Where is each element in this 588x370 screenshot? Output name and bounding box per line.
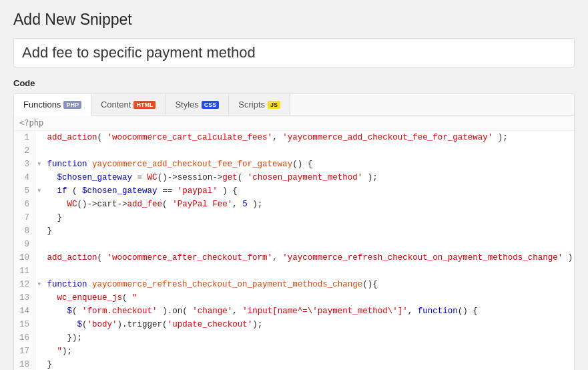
code-table: 1 add_action( 'woocommerce_cart_calculat…	[14, 131, 574, 370]
table-row: 2	[14, 144, 574, 158]
tab-content-label: Content	[101, 100, 131, 110]
table-row: 4 $chosen_gateway = WC()->session->get( …	[14, 171, 574, 184]
tab-styles-label: Styles	[175, 100, 198, 110]
table-row: 12 ▾ function yaycommerce_refresh_checko…	[14, 278, 574, 291]
tab-scripts-label: Scripts	[238, 100, 265, 110]
tab-functions-badge: PHP	[63, 101, 81, 109]
table-row: 14 $( 'form.checkout' ).on( 'change', 'i…	[14, 305, 574, 318]
code-section-label: Code	[13, 78, 575, 88]
table-row: 13 wc_enqueue_js( "	[14, 291, 574, 305]
tabs-row: Functions PHP Content HTML Styles CSS Sc…	[14, 94, 574, 116]
table-row: 3 ▾ function yaycommerce_add_checkout_fe…	[14, 158, 574, 171]
tab-content-badge: HTML	[133, 101, 156, 109]
tab-scripts[interactable]: Scripts JS	[229, 94, 290, 116]
tab-content[interactable]: Content HTML	[91, 94, 166, 116]
table-row: 1 add_action( 'woocommerce_cart_calculat…	[14, 131, 574, 144]
code-editor-area[interactable]: <?php 1 add_action( 'woocommerce_cart_ca…	[14, 116, 574, 370]
table-row: 10 add_action( 'woocommerce_after_checko…	[14, 251, 574, 264]
code-section: Functions PHP Content HTML Styles CSS Sc…	[13, 94, 575, 370]
tab-styles-badge: CSS	[202, 101, 220, 109]
table-row: 11	[14, 264, 574, 278]
table-row: 6 WC()->cart->add_fee( 'PayPal Fee', 5 )…	[14, 198, 574, 211]
table-row: 16 });	[14, 331, 574, 345]
table-row: 8 }	[14, 224, 574, 238]
table-row: 18 }	[14, 358, 574, 370]
table-row: 7 }	[14, 211, 574, 224]
tab-functions-label: Functions	[23, 100, 61, 110]
table-row: 9	[14, 238, 574, 251]
table-row: 17 ");	[14, 345, 574, 358]
table-row: 5 ▾ if ( $chosen_gateway == 'paypal' ) {	[14, 184, 574, 198]
tab-scripts-badge: JS	[268, 101, 280, 109]
page-title: Add New Snippet	[13, 11, 575, 29]
snippet-title-input[interactable]	[13, 38, 575, 67]
tab-functions[interactable]: Functions PHP	[14, 94, 91, 116]
tab-styles[interactable]: Styles CSS	[166, 94, 229, 116]
php-tag: <?php	[14, 116, 574, 131]
table-row: 15 $('body').trigger('update_checkout');	[14, 318, 574, 331]
